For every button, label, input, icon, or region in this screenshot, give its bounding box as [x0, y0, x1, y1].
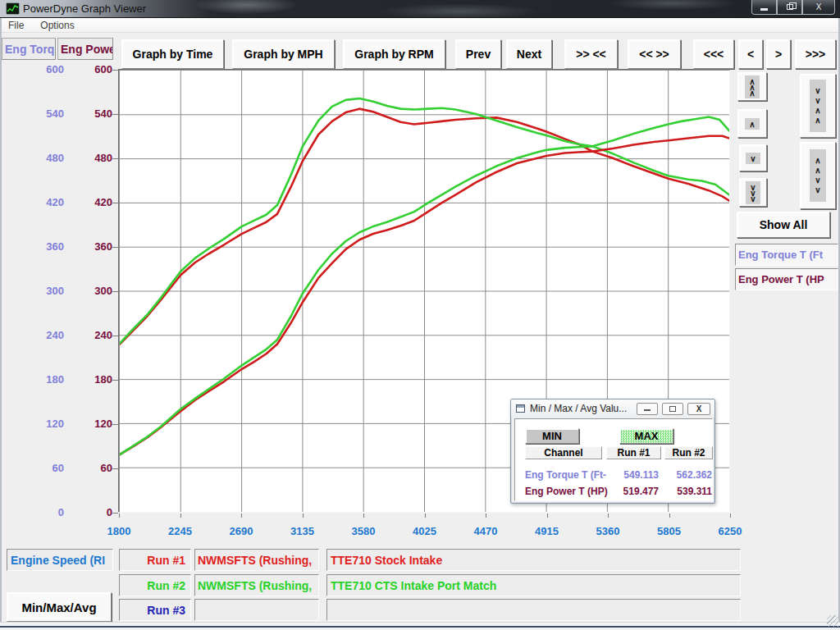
- power-axis-header[interactable]: Eng Powe: [57, 38, 113, 60]
- table-cell-power-run2: 539.311: [663, 486, 712, 497]
- y-tick-torque: 60: [15, 462, 64, 474]
- x-tick-mark: [547, 514, 548, 518]
- run2-desc-box: TTE710 CTS Intake Port Match: [326, 574, 741, 596]
- y-tick-torque: 360: [15, 240, 64, 253]
- zoom-in-button[interactable]: >> <<: [564, 39, 618, 69]
- maximize-button[interactable]: [777, 0, 802, 15]
- scroll-left-button[interactable]: <: [738, 39, 763, 69]
- y-tick-torque: 240: [15, 329, 64, 341]
- y-tick-power: 360: [63, 240, 112, 253]
- graph-by-rpm-button[interactable]: Graph by RPM: [343, 39, 445, 69]
- compress-scale-button[interactable]: ∨ ∨ ∧ ∧: [800, 74, 836, 138]
- window-bottom-border: [0, 626, 840, 628]
- y-tick-power: 420: [63, 196, 112, 208]
- minmaxavg-button[interactable]: Min/Max/Avg: [7, 592, 112, 622]
- next-button[interactable]: Next: [506, 39, 552, 69]
- converge-chevrons-icon: ∨ ∨ ∧ ∧: [810, 80, 825, 132]
- x-channel-box: Engine Speed (RI: [7, 549, 113, 571]
- resize-grip-icon[interactable]: [827, 615, 838, 627]
- x-tick-mark: [119, 514, 120, 518]
- minmax-close-button[interactable]: X: [687, 403, 710, 415]
- window-title: PowerDyne Graph Viewer: [23, 2, 146, 15]
- y-tick-torque: 480: [15, 152, 64, 164]
- scroll-right-button[interactable]: >: [766, 39, 791, 69]
- y-tick-power: 60: [63, 462, 112, 474]
- menu-file[interactable]: File: [0, 20, 32, 31]
- minmax-minimize-icon: [644, 409, 651, 411]
- y-tick-power: 600: [63, 63, 112, 75]
- triple-up-chevron-icon: ∧ ∧ ∧: [745, 75, 759, 98]
- table-cell-power-run1: 519.477: [606, 486, 659, 497]
- minimize-icon: [760, 8, 768, 11]
- minmax-title-bar[interactable]: Min / Max / Avg Valu... X: [511, 399, 714, 418]
- column-header-channel: Channel: [525, 446, 602, 459]
- channel-power-box[interactable]: Eng Power T (HP: [735, 268, 838, 290]
- y-tick-mark: [112, 336, 118, 336]
- x-tick-mark: [303, 514, 304, 518]
- prev-button[interactable]: Prev: [455, 39, 501, 69]
- app-icon: [6, 2, 20, 15]
- minmax-minimize-button[interactable]: [637, 403, 658, 415]
- menu-bar: File Options: [0, 18, 840, 33]
- triple-down-chevron-icon: ∨ ∨ ∨: [746, 181, 760, 204]
- window-controls: X: [751, 0, 835, 15]
- x-tick-rpm: 2690: [215, 525, 267, 537]
- minmax-window-icon: [516, 404, 525, 413]
- scale-up-fast-button[interactable]: ∧ ∧ ∧: [737, 72, 767, 101]
- minmax-body: MIN MAX Channel Run #1 Run #2 Eng Torque…: [514, 418, 713, 501]
- max-toggle-button[interactable]: MAX: [619, 428, 673, 444]
- run3-file-box: [194, 599, 319, 621]
- run2-label-box: Run #2: [119, 574, 191, 596]
- channel-torque-box[interactable]: Eng Torque T (Ft: [735, 244, 838, 266]
- x-tick-rpm: 5805: [643, 525, 696, 537]
- y-tick-mark: [112, 247, 118, 248]
- show-all-button[interactable]: Show All: [737, 212, 830, 238]
- column-header-run1: Run #1: [606, 446, 661, 459]
- y-tick-mark: [112, 114, 118, 115]
- table-cell-torque-run1: 549.113: [606, 469, 659, 481]
- y-tick-mark: [112, 70, 118, 71]
- scroll-far-left-button[interactable]: <<<: [693, 39, 734, 69]
- y-tick-power: 480: [63, 152, 112, 164]
- graph-by-mph-button[interactable]: Graph by MPH: [232, 39, 335, 69]
- y-tick-power: 180: [63, 373, 112, 386]
- column-header-run2: Run #2: [664, 446, 713, 459]
- x-tick-rpm: 6250: [704, 525, 756, 537]
- expand-scale-button[interactable]: ∧ ∧ ∨ ∨: [800, 142, 836, 209]
- y-tick-power: 540: [63, 107, 112, 120]
- scroll-far-right-button[interactable]: >>>: [795, 39, 836, 69]
- minimize-button[interactable]: [751, 0, 777, 15]
- scale-down-fast-button[interactable]: ∨ ∨ ∨: [739, 178, 767, 207]
- y-tick-mark: [112, 203, 118, 203]
- table-cell-torque-channel: Eng Torque T (Ft-: [525, 469, 607, 481]
- minmax-maximize-button[interactable]: [662, 403, 683, 415]
- up-chevron-icon: ∧: [745, 118, 759, 130]
- torque-axis-header[interactable]: Eng Torq: [2, 38, 56, 60]
- y-tick-power: 240: [63, 329, 112, 341]
- run3-label-box: Run #3: [119, 599, 191, 621]
- x-tick-rpm: 2245: [154, 525, 207, 537]
- minmax-close-icon: X: [696, 404, 702, 413]
- x-tick-mark: [363, 514, 364, 518]
- close-icon: X: [816, 2, 822, 11]
- x-tick-rpm: 3580: [337, 525, 390, 537]
- x-tick-mark: [730, 514, 731, 518]
- graph-by-time-button[interactable]: Graph by Time: [121, 39, 224, 69]
- x-tick-mark: [486, 514, 486, 518]
- y-tick-mark: [112, 380, 118, 381]
- scale-up-button[interactable]: ∧: [737, 109, 767, 138]
- min-toggle-button[interactable]: MIN: [525, 428, 579, 444]
- y-tick-mark: [112, 291, 118, 292]
- close-button[interactable]: X: [802, 0, 835, 15]
- window-edge-left: [0, 18, 2, 625]
- menu-options[interactable]: Options: [32, 20, 82, 31]
- restore-icon: [787, 4, 793, 10]
- x-tick-mark: [180, 514, 181, 518]
- zoom-out-button[interactable]: << >>: [628, 39, 681, 69]
- x-tick-rpm: 4470: [459, 525, 512, 537]
- y-tick-mark: [112, 424, 118, 425]
- y-tick-power: 0: [63, 506, 112, 518]
- x-tick-mark: [425, 514, 426, 518]
- x-tick-rpm: 1800: [93, 525, 145, 537]
- scale-down-button[interactable]: ∨: [739, 144, 767, 171]
